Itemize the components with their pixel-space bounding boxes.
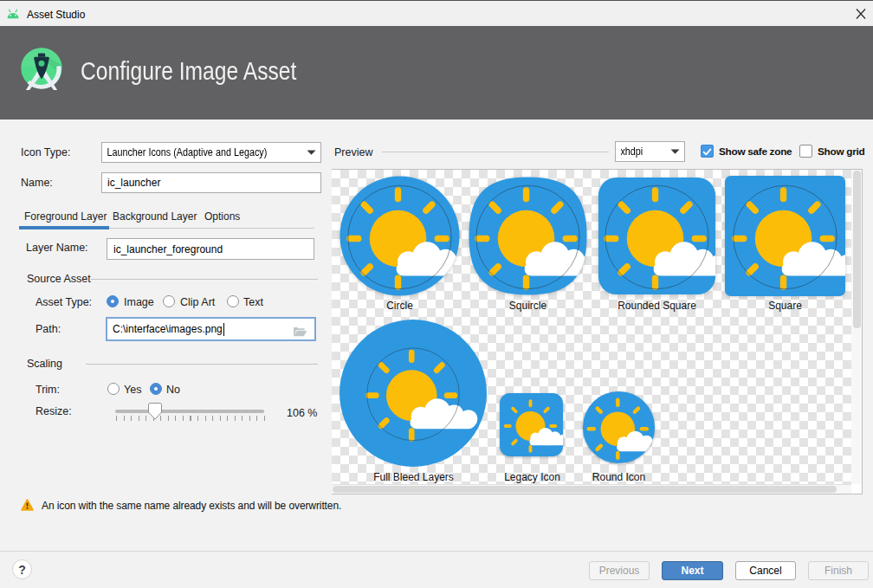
- trim-label: Trim:: [36, 384, 60, 396]
- show-safe-zone-checkbox[interactable]: [701, 145, 714, 158]
- horizontal-scrollbar-thumb[interactable]: [333, 486, 837, 493]
- path-input[interactable]: C:\interface\images.png: [106, 317, 316, 341]
- name-input[interactable]: ic_launcher: [101, 172, 321, 193]
- layer-name-input[interactable]: ic_launcher_foreground: [107, 238, 314, 260]
- trim-radio-no[interactable]: [150, 383, 162, 395]
- resize-value: 106 %: [287, 407, 317, 419]
- density-dropdown[interactable]: xhdpi: [615, 141, 685, 162]
- help-button[interactable]: ?: [12, 559, 32, 579]
- preview-icon-label: Circle: [339, 300, 461, 312]
- name-value: ic_launcher: [107, 177, 160, 189]
- show-grid-label: Show grid: [818, 145, 864, 158]
- next-button[interactable]: Next: [662, 561, 723, 580]
- preview-icon-label: Full Bleed Layers: [352, 471, 475, 483]
- preview-icon-legacy: [500, 393, 563, 456]
- asset-type-image-label: Image: [124, 296, 154, 308]
- asset-type-label: Asset Type:: [36, 296, 92, 308]
- icon-type-dropdown[interactable]: Launcher Icons (Adaptive and Legacy): [101, 142, 321, 163]
- close-icon: [850, 4, 871, 23]
- check-icon: [702, 146, 713, 158]
- window-title: Asset Studio: [27, 9, 85, 21]
- trim-no-label: No: [166, 384, 180, 396]
- preview-divider: [382, 152, 609, 152]
- help-label: ?: [18, 563, 26, 577]
- scaling-section-label: Scaling: [27, 358, 62, 370]
- source-asset-divider: [91, 279, 318, 280]
- show-safe-zone-label: Show safe zone: [719, 145, 792, 158]
- source-asset-section-label: Source Asset: [27, 273, 91, 285]
- trim-radio-yes[interactable]: [107, 383, 120, 395]
- close-button[interactable]: [850, 4, 871, 23]
- chevron-down-icon: [301, 150, 320, 155]
- warning-text: An icon with the same name already exist…: [42, 500, 341, 512]
- preview-icon-squircle: [467, 175, 589, 297]
- vertical-scrollbar-thumb[interactable]: [853, 171, 861, 328]
- tab-background-layer[interactable]: Background Layer: [113, 210, 197, 223]
- path-value: C:\interface\images.png: [107, 323, 223, 335]
- tab-options[interactable]: Options: [204, 210, 240, 223]
- layer-name-label: Layer Name:: [26, 242, 88, 254]
- preview-icon-label: Round Icon: [558, 471, 680, 483]
- asset-type-clipart-label: Clip Art: [180, 296, 215, 308]
- density-chevron-down-icon: [665, 149, 684, 154]
- preview-icon-round: [582, 391, 656, 464]
- scaling-divider: [86, 364, 318, 365]
- preview-label: Preview: [334, 146, 372, 158]
- resize-slider-ticks: [116, 416, 265, 421]
- resize-label: Resize:: [36, 405, 72, 417]
- asset-type-radio-image[interactable]: [107, 295, 119, 307]
- preview-icon-label: Squircle: [467, 300, 589, 312]
- previous-button[interactable]: Previous: [589, 561, 650, 580]
- active-tab-underline: [19, 226, 109, 229]
- preview-icon-circle: [339, 175, 461, 297]
- trim-yes-label: Yes: [124, 384, 141, 396]
- dialog-title: Configure Image Asset: [81, 57, 296, 86]
- tab-foreground-layer[interactable]: Foreground Layer: [24, 210, 107, 223]
- finish-button[interactable]: Finish: [808, 561, 869, 580]
- path-label: Path:: [36, 323, 61, 335]
- icon-type-label: Icon Type:: [21, 146, 70, 158]
- cancel-button[interactable]: Cancel: [735, 561, 796, 580]
- preview-icon-rounded-square: [596, 175, 718, 297]
- resize-slider-thumb[interactable]: [148, 403, 162, 420]
- preview-icon-label: Rounded Square: [596, 300, 718, 312]
- preview-icon-square: [724, 175, 846, 297]
- android-logo-icon: [6, 9, 20, 19]
- icon-type-value: Launcher Icons (Adaptive and Legacy): [102, 146, 281, 158]
- show-grid-checkbox[interactable]: [799, 145, 812, 158]
- resize-slider-track[interactable]: [115, 410, 264, 413]
- preview-icon-full-bleed: [340, 320, 487, 467]
- asset-type-text-label: Text: [243, 296, 263, 308]
- window-titlebar: Asset Studio: [0, 0, 873, 26]
- asset-type-radio-clipart[interactable]: [163, 295, 175, 307]
- folder-browse-icon[interactable]: [294, 326, 307, 337]
- footer-divider: [0, 551, 873, 552]
- android-studio-logo: [21, 48, 62, 91]
- layer-name-value: ic_launcher_foreground: [113, 243, 223, 255]
- asset-type-radio-text[interactable]: [227, 295, 239, 307]
- preview-icon-label: Square: [724, 300, 846, 312]
- warning-icon: [21, 499, 34, 511]
- density-value: xhdpi: [616, 145, 660, 158]
- header-banner: Configure Image Asset: [0, 26, 873, 120]
- name-label: Name:: [21, 177, 53, 189]
- text-caret: [223, 323, 224, 336]
